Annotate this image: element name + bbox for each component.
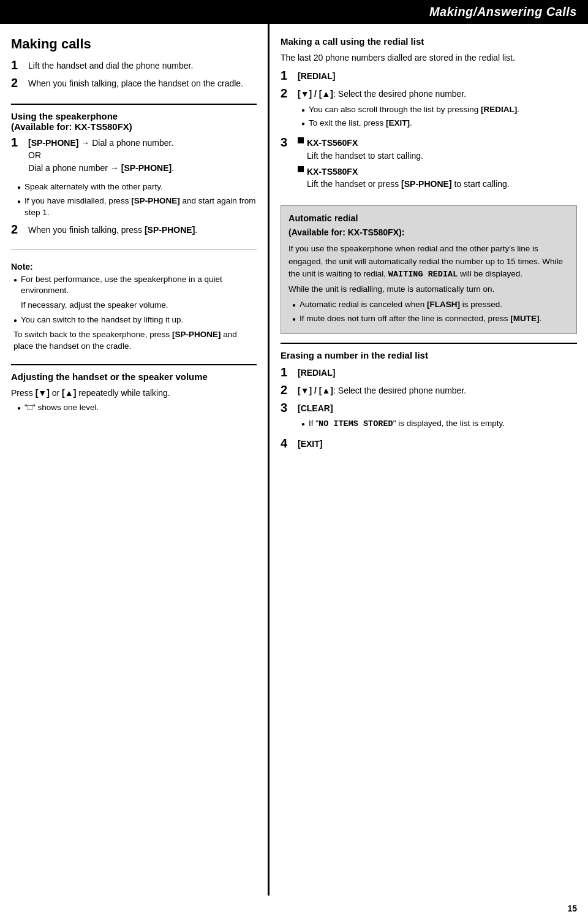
step-1: 1 Lift the handset and dial the phone nu…	[11, 59, 257, 72]
note-1b: If necessary, adjust the speaker volume.	[11, 300, 257, 311]
right-column: Making a call using the redial list The …	[270, 24, 588, 896]
erase-step-3-num: 3	[281, 401, 298, 415]
auto-redial-subtitle: (Available for: KX-TS580FX):	[288, 226, 569, 239]
erase-step-4-text: [EXIT]	[298, 438, 577, 450]
kx560-text: KX-TS560FX Lift the handset to start cal…	[307, 137, 577, 162]
kx580-item: KX-TS580FX Lift the handset or press [SP…	[298, 166, 577, 191]
erase-step-1-num: 1	[281, 365, 298, 379]
page-footer: 15	[0, 900, 588, 917]
making-calls-title: Making calls	[11, 36, 257, 52]
divider-1	[11, 104, 257, 105]
erase-step-3: 3 [CLEAR] If "NO ITEMS STORED" is displa…	[281, 402, 577, 433]
sp-step-1: 1 [SP-PHONE] → Dial a phone number. OR D…	[11, 137, 257, 174]
step-2-text: When you finish talking, place the hands…	[28, 77, 257, 89]
erase-step-2-num: 2	[281, 383, 298, 397]
redial-step-2-text: [▼] / [▲]: Select the desired phone numb…	[298, 88, 577, 132]
adjusting-bullet-list: "□" shows one level.	[11, 402, 257, 416]
erase-step3-bullet-1: If "NO ITEMS STORED" is displayed, the l…	[301, 418, 577, 430]
adjusting-bullet-1: "□" shows one level.	[17, 402, 257, 414]
step-1-text: Lift the handset and dial the phone numb…	[28, 59, 257, 72]
sp-step-2-num: 2	[11, 223, 28, 237]
note-3: To switch back to the speakerphone, pres…	[11, 329, 257, 352]
erase-section-title: Erasing a number in the redial list	[281, 343, 577, 360]
sp-bullet-1: Speak alternately with the other party.	[17, 181, 257, 193]
auto-redial-box: Automatic redial (Available for: KX-TS58…	[281, 205, 577, 335]
auto-redial-title: Automatic redial	[288, 212, 569, 226]
sp-step-1-num: 1	[11, 135, 28, 150]
redial-step-2: 2 [▼] / [▲]: Select the desired phone nu…	[281, 88, 577, 132]
note-section: Note: For best performance, use the spea…	[11, 262, 257, 356]
redial-step2-bullets: You can also scroll through the list by …	[298, 104, 577, 130]
page-header: Making/Answering Calls	[0, 0, 588, 24]
kx580-text: KX-TS580FX Lift the handset or press [SP…	[307, 166, 577, 191]
header-title: Making/Answering Calls	[429, 5, 577, 18]
auto-redial-bullet-1: Automatic redial is canceled when [FLASH…	[292, 299, 569, 311]
erase-step-2: 2 [▼] / [▲]: Select the desired phone nu…	[281, 384, 577, 397]
step-2-num: 2	[11, 76, 28, 90]
erase-step-4-num: 4	[281, 436, 298, 451]
redial-intro: The last 20 phone numbers dialled are st…	[281, 51, 577, 64]
step-1-num: 1	[11, 58, 28, 72]
auto-redial-body3: While the unit is redialling, mute is au…	[288, 283, 569, 295]
adjusting-body: Press [▼] or [▲] repeatedly while talkin…	[11, 387, 257, 400]
auto-redial-bullets: Automatic redial is canceled when [FLASH…	[288, 299, 569, 325]
redial-section-title: Making a call using the redial list	[281, 36, 577, 47]
note-1: For best performance, use the speakerpho…	[11, 274, 257, 297]
erase-step-1-text: [REDIAL]	[298, 367, 577, 379]
erase-step-1: 1 [REDIAL]	[281, 367, 577, 379]
sp-step-2-text: When you finish talking, press [SP-PHONE…	[28, 224, 257, 236]
redial-step-3-text: KX-TS560FX Lift the handset to start cal…	[298, 137, 577, 194]
step-2: 2 When you finish talking, place the han…	[11, 77, 257, 90]
sp-step-1-text: [SP-PHONE] → Dial a phone number. OR Dia…	[28, 137, 257, 174]
adjusting-title: Adjusting the handset or the speaker vol…	[11, 371, 257, 382]
redial-bullet-1: You can also scroll through the list by …	[301, 104, 577, 116]
redial-step-3: 3 KX-TS560FX Lift the handset to start c…	[281, 137, 577, 194]
note-title: Note:	[11, 262, 257, 272]
sp-step-2: 2 When you finish talking, press [SP-PHO…	[11, 224, 257, 237]
erase-step-2-text: [▼] / [▲]: Select the desired phone numb…	[298, 384, 577, 397]
auto-redial-body: If you use the speakerphone when redial …	[288, 243, 569, 281]
erase-step-3-text: [CLEAR] If "NO ITEMS STORED" is displaye…	[298, 402, 577, 433]
divider-note	[11, 249, 257, 249]
sp-bullet-2: If you have misdialled, press [SP-PHONE]…	[17, 196, 257, 219]
speakerphone-title: Using the speakerphone (Available for: K…	[11, 111, 257, 132]
note-2: You can switch to the handset by lifting…	[11, 314, 257, 326]
redial-step-1-text: [REDIAL]	[298, 70, 577, 82]
sp-bullet-list: Speak alternately with the other party. …	[11, 181, 257, 221]
erase-step-4: 4 [EXIT]	[281, 438, 577, 451]
divider-adjusting	[11, 364, 257, 365]
left-column: Making calls 1 Lift the handset and dial…	[0, 24, 270, 896]
erase-step3-bullets: If "NO ITEMS STORED" is displayed, the l…	[298, 418, 577, 430]
redial-step-1: 1 [REDIAL]	[281, 70, 577, 83]
page-number: 15	[567, 904, 577, 913]
kx560-item: KX-TS560FX Lift the handset to start cal…	[298, 137, 577, 162]
redial-step-2-num: 2	[281, 86, 298, 101]
redial-step-1-num: 1	[281, 69, 298, 83]
kx560-bullet	[298, 137, 304, 143]
kx580-bullet	[298, 166, 304, 172]
auto-redial-bullet-2: If mute does not turn off after the line…	[292, 313, 569, 325]
redial-bullet-2: To exit the list, press [EXIT].	[301, 118, 577, 129]
redial-step-3-num: 3	[281, 135, 298, 150]
